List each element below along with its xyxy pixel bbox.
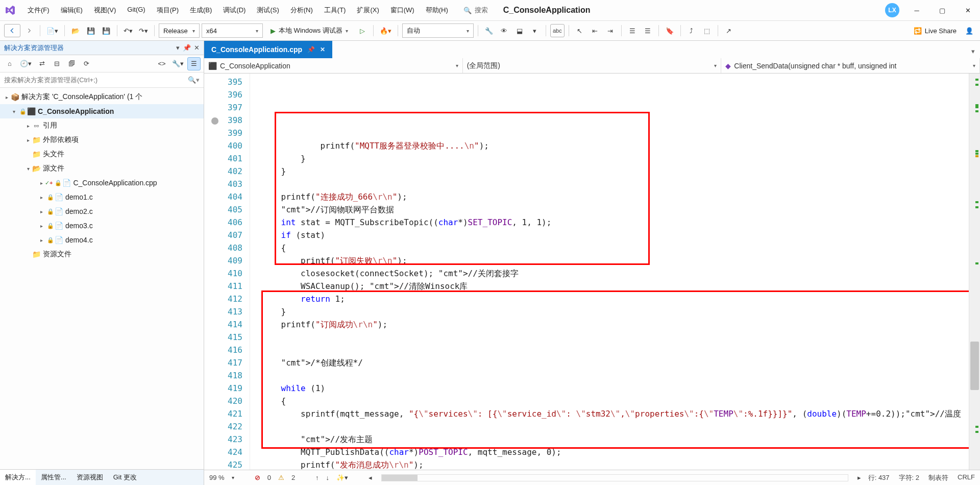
horizontal-scrollbar[interactable] [381, 474, 848, 481]
menu-analyze[interactable]: 分析(N) [285, 3, 318, 18]
scrollbar[interactable] [969, 74, 980, 470]
breakpoint-marker[interactable] [211, 117, 218, 125]
nav-back-button[interactable] [4, 24, 20, 37]
tree-sources[interactable]: ▾📂源文件 [0, 161, 204, 176]
start-without-debug-button[interactable]: ▷ [356, 24, 369, 37]
redo-button[interactable]: ↷▾ [137, 24, 150, 37]
menu-debug[interactable]: 调试(D) [218, 3, 251, 18]
admin-button[interactable]: 👤 [963, 24, 976, 37]
abc-button[interactable]: abc [550, 24, 565, 37]
sol-home-button[interactable]: ⌂ [3, 57, 16, 70]
menu-git[interactable]: Git(G) [122, 3, 150, 18]
tree-project[interactable]: ▾🔒⬛C_ConsoleApplication [0, 104, 204, 118]
sol-sync-button[interactable]: ⇄ [35, 57, 48, 70]
sol-code-button[interactable]: <> [155, 57, 168, 70]
menu-file[interactable]: 文件(F) [22, 3, 55, 18]
search-box[interactable]: 🔍 搜索 [463, 6, 488, 15]
menu-help[interactable]: 帮助(H) [421, 3, 453, 18]
file-tab-active[interactable]: C_ConsoleApplication.cpp 📌 ✕ [204, 41, 332, 58]
nav-forward-button[interactable] [22, 24, 36, 37]
hot-reload-button[interactable]: 🔥▾ [378, 24, 394, 37]
tree-file-4[interactable]: ▸🔒📄demo4.c [0, 233, 204, 247]
menu-build[interactable]: 生成(B) [185, 3, 217, 18]
misc-b-button[interactable]: ⬚ [700, 24, 714, 37]
menu-extensions[interactable]: 扩展(X) [352, 3, 384, 18]
share-launch-button[interactable]: ↗ [722, 24, 736, 37]
minimize-button[interactable]: ─ [909, 2, 925, 18]
sol-toggle-button[interactable]: 🕘▾ [18, 57, 34, 70]
code-lines[interactable]: printf("MQTT服务器登录校验中....\n"); } } printf… [259, 74, 969, 470]
tree-solution-root[interactable]: ▸📦解决方案 'C_ConsoleApplication' (1 个 [0, 90, 204, 104]
menu-window[interactable]: 窗口(W) [385, 3, 420, 18]
live-share-button[interactable]: 🔁Live Share [914, 27, 957, 35]
save-all-button[interactable]: 💾 [100, 24, 113, 37]
fold-column[interactable] [250, 74, 259, 470]
tool-b[interactable]: 👁 [498, 24, 511, 37]
scrollbar-thumb[interactable] [970, 342, 979, 390]
sol-wrench-button[interactable]: 🔧▾ [170, 57, 186, 70]
save-button[interactable]: 💾 [84, 24, 97, 37]
maximize-button[interactable]: ▢ [934, 2, 950, 18]
tree-file-1[interactable]: ▸🔒📄demo1.c [0, 190, 204, 204]
panel-close-icon[interactable]: ✕ [194, 44, 200, 52]
nav-down-button[interactable]: ↓ [326, 474, 330, 481]
indent-out-button[interactable]: ⇤ [589, 24, 602, 37]
start-debug-button[interactable]: ▶本地 Windows 调试器▾ [265, 23, 354, 38]
sol-showall-button[interactable]: 🗐 [65, 57, 78, 70]
menu-project[interactable]: 项目(P) [152, 3, 184, 18]
scope-function[interactable]: ◆Client_SendData(unsigned char * buff, u… [721, 58, 980, 73]
tool-a[interactable]: 🔧 [482, 24, 496, 37]
tree-file-0[interactable]: ▸✓+🔒📄C_ConsoleApplication.cpp [0, 176, 204, 190]
sol-collapse-button[interactable]: ⊟ [50, 57, 63, 70]
tree-headers[interactable]: 📁头文件 [0, 147, 204, 161]
tab-properties[interactable]: 属性管... [36, 470, 71, 485]
sol-filter-button[interactable]: ☰ [187, 57, 201, 70]
debug-mode-combo[interactable]: 自动▾ [402, 23, 474, 38]
wand-button[interactable]: ✨▾ [336, 474, 348, 481]
hscroll-left[interactable]: ◂ [369, 474, 372, 481]
close-button[interactable]: ✕ [960, 2, 976, 18]
warning-count-icon[interactable]: ⚠ [278, 474, 284, 481]
misc-a-button[interactable]: ⤴ [685, 24, 698, 37]
pin-icon[interactable]: 📌 [307, 46, 315, 53]
zoom-level[interactable]: 99 % [209, 474, 225, 481]
open-button[interactable]: 📂 [69, 24, 82, 37]
user-avatar[interactable]: LX [885, 3, 899, 17]
code-editor[interactable]: 3953963973983994004014024034044054064074… [204, 74, 980, 470]
undo-button[interactable]: ↶▾ [121, 24, 135, 37]
tab-solution-explorer[interactable]: 解决方... [0, 470, 36, 485]
menu-test[interactable]: 测试(S) [252, 3, 284, 18]
solution-search-input[interactable] [4, 76, 188, 84]
error-count-icon[interactable]: ⊘ [255, 474, 260, 481]
comment-button[interactable]: ☰ [626, 24, 639, 37]
tab-overflow-button[interactable]: ▾ [966, 44, 980, 58]
tree-file-2[interactable]: ▸🔒📄demo2.c [0, 204, 204, 219]
sol-refresh-button[interactable]: ⟳ [80, 57, 93, 70]
bookmark-button[interactable]: 🔖 [663, 24, 676, 37]
tree-references[interactable]: ▸▫▫引用 [0, 118, 204, 133]
panel-pin-icon[interactable]: 📌 [183, 44, 191, 52]
platform-combo[interactable]: x64▾ [202, 23, 263, 38]
solution-tree[interactable]: ▸📦解决方案 'C_ConsoleApplication' (1 个 ▾🔒⬛C_… [0, 88, 204, 469]
panel-dropdown-icon[interactable]: ▾ [176, 44, 180, 52]
tree-resources[interactable]: 📁资源文件 [0, 247, 204, 261]
tree-file-3[interactable]: ▸🔒📄demo3.c [0, 219, 204, 233]
line-ending[interactable]: CRLF [958, 473, 975, 482]
indent-in-button[interactable]: ⇥ [604, 24, 617, 37]
nav-up-button[interactable]: ↑ [315, 474, 319, 481]
tool-d[interactable]: ▾ [528, 24, 542, 37]
menu-view[interactable]: 视图(V) [89, 3, 121, 18]
hscroll-right[interactable]: ▸ [857, 474, 861, 481]
scope-project[interactable]: ⬛C_ConsoleApplication▾ [204, 58, 463, 73]
tree-external-deps[interactable]: ▸📁外部依赖项 [0, 133, 204, 147]
close-tab-icon[interactable]: ✕ [320, 46, 325, 53]
menu-tools[interactable]: 工具(T) [319, 3, 351, 18]
tab-resource-view[interactable]: 资源视图 [71, 470, 108, 485]
tab-git-changes[interactable]: Git 更改 [108, 470, 142, 485]
cursor-button[interactable]: ↖ [573, 24, 586, 37]
new-item-button[interactable]: 📄▾ [44, 24, 60, 37]
tool-c[interactable]: ⬓ [513, 24, 526, 37]
menu-edit[interactable]: 编辑(E) [56, 3, 88, 18]
indent-mode[interactable]: 制表符 [928, 473, 948, 482]
solution-search[interactable]: 🔍▾ [0, 72, 204, 88]
